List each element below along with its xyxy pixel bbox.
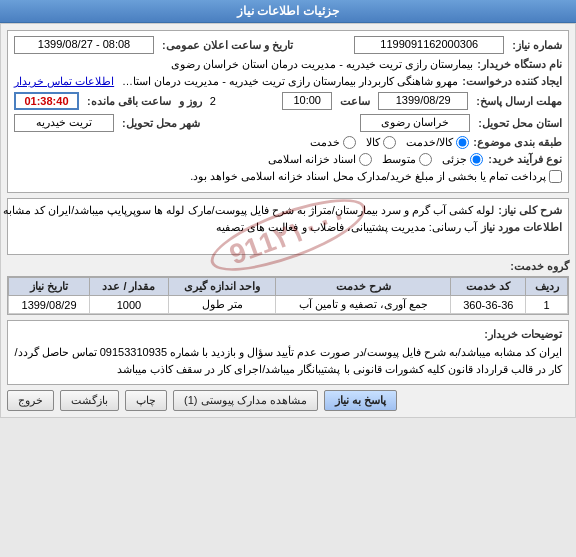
need-number-label: شماره نیاز:: [512, 39, 562, 52]
time-remaining-label: ساعت باقی مانده:: [87, 95, 171, 108]
print-button[interactable]: چاپ: [125, 390, 167, 411]
creator-label: ایجاد کننده درخواست:: [462, 75, 562, 88]
col-header-code: کد خدمت: [451, 278, 526, 296]
col-header-unit: واحد اندازه گیری: [168, 278, 276, 296]
need-number-value: 1199091162000306: [354, 36, 504, 54]
payment-note: پرداخت تمام یا بخشی از مبلغ خرید/مدارک م…: [190, 170, 546, 183]
contact-info-link[interactable]: اطلاعات تماس خریدار: [14, 75, 114, 88]
city-value: تریت خیدریه: [14, 114, 114, 132]
col-header-qty: مقدار / عدد: [90, 278, 169, 296]
deadline-time-spacer: ساعت: [340, 95, 370, 108]
date-time-value: 1399/08/27 - 08:08: [14, 36, 154, 54]
window-title: جزئیات اطلاعات نیاز: [0, 0, 576, 23]
product-type-option-3[interactable]: خدمت: [310, 136, 356, 149]
payment-checkbox[interactable]: [549, 170, 562, 183]
extra-info-value: آب رسانی: مدیریت پشتیبانی، فاضلاب و فعال…: [216, 221, 477, 234]
order-type-motavasset[interactable]: متوسط: [382, 153, 432, 166]
city-label: شهر محل تحویل:: [122, 117, 200, 130]
service-group-label: گروه خدمت:: [510, 260, 569, 273]
requester-label: نام دستگاه خریدار:: [477, 58, 562, 71]
days-remaining-label: روز و: [179, 95, 202, 108]
creator-value: مهرو شاهنگی کاربردار بیمارستان رازی تریت…: [118, 75, 458, 88]
date-time-label: تاریخ و ساعت اعلان عمومی:: [162, 39, 293, 52]
time-remaining-value: 01:38:40: [14, 92, 79, 110]
back-button[interactable]: بازگشت: [60, 390, 119, 411]
description-box: توضیحات خریدار: ایران کد مشابه میباشد/به…: [7, 320, 569, 385]
exit-button[interactable]: خروج: [7, 390, 54, 411]
description-label: توضیحات خریدار:: [484, 328, 562, 340]
col-header-date: تاریخ نیاز: [9, 278, 90, 296]
product-type-label: طبقه بندی موضوع:: [473, 136, 562, 149]
service-table: ردیف کد خدمت شرح خدمت واحد اندازه گیری م…: [8, 277, 568, 314]
table-row: 1360-36-36جمع آوری، تصفیه و تامین آبمتر …: [9, 296, 568, 314]
docs-button[interactable]: مشاهده مدارک پیوستی (1): [173, 390, 318, 411]
need-summary-label: شرح کلی نیاز:: [498, 204, 562, 217]
product-type-option-2[interactable]: کالا: [366, 136, 396, 149]
province-value: خراسان رضوی: [360, 114, 470, 132]
requester-value: بیمارستان رازی تریت خیدریه - مدیریت درما…: [171, 58, 473, 71]
order-type-group: جزئی متوسط اسناد خزانه اسلامی: [268, 153, 483, 166]
product-type-group: کالا/خدمت کالا خدمت: [310, 136, 469, 149]
province-label: استان محل تحویل:: [478, 117, 562, 130]
payment-checkbox-item[interactable]: پرداخت تمام یا بخشی از مبلغ خرید/مدارک م…: [190, 170, 562, 183]
col-header-desc: شرح خدمت: [276, 278, 451, 296]
col-header-row: ردیف: [526, 278, 568, 296]
description-value: ایران کد مشابه میباشد/به شرح فایل پیوست/…: [15, 346, 563, 376]
order-type-jazei[interactable]: جزئی: [442, 153, 483, 166]
order-type-asnad[interactable]: اسناد خزانه اسلامی: [268, 153, 372, 166]
deadline-label: مهلت ارسال پاسخ:: [476, 95, 562, 108]
reply-button[interactable]: پاسخ به نیاز: [324, 390, 397, 411]
order-type-label: نوع فرآیند خرید:: [488, 153, 562, 166]
days-count: 2: [210, 95, 216, 107]
deadline-time: 10:00: [282, 92, 332, 110]
need-summary-value: لوله کشی آب گرم و سرد بیمارستان/متراژ به…: [0, 204, 494, 217]
deadline-date: 1399/08/29: [378, 92, 468, 110]
product-type-option-1[interactable]: کالا/خدمت: [406, 136, 469, 149]
bottom-buttons-bar: خروج بازگشت چاپ مشاهده مدارک پیوستی (1) …: [7, 390, 569, 411]
extra-info-label: اطلاعات مورد نیاز: [481, 221, 562, 234]
